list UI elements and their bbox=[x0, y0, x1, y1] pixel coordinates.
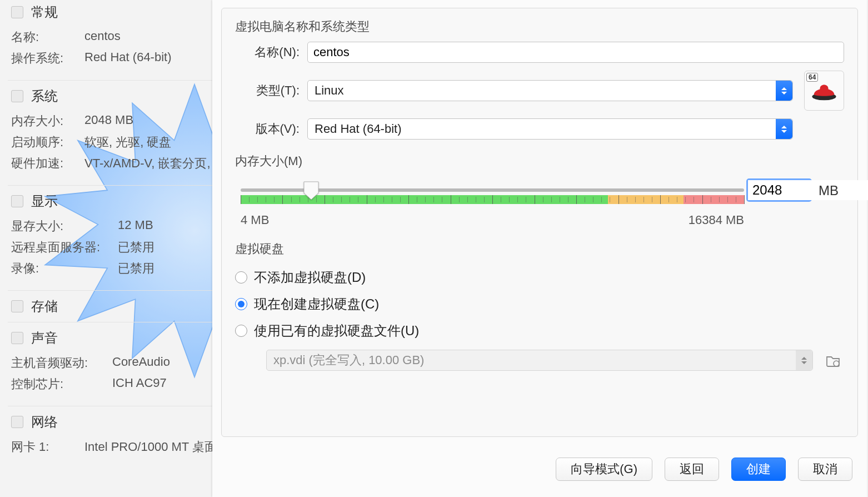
chevron-updown-icon bbox=[796, 350, 812, 370]
group-name-os: 虚拟电脑名称和系统类型 名称(N): 类型(T): Linux 64 bbox=[235, 18, 844, 140]
os-version-select[interactable]: Red Hat (64-bit) bbox=[307, 118, 793, 140]
os-type-value: Linux bbox=[315, 83, 344, 98]
group-title-harddisk: 虚拟硬盘 bbox=[235, 241, 844, 257]
memory-spinbox[interactable]: ▲ ▼ bbox=[746, 178, 812, 202]
vm-name-input[interactable] bbox=[307, 42, 844, 63]
radio-no-disk-label: 不添加虚拟硬盘(D) bbox=[254, 269, 366, 286]
radio-icon bbox=[235, 325, 247, 337]
name-label: 名称(N): bbox=[235, 44, 307, 61]
memory-max-label: 16384 MB bbox=[689, 213, 744, 227]
audio-icon bbox=[11, 332, 23, 344]
radio-create-disk-label: 现在创建虚拟硬盘(C) bbox=[254, 295, 379, 313]
version-label: 版本(V): bbox=[235, 121, 307, 137]
bg-general-title: 常规 bbox=[31, 3, 58, 21]
memory-value-input[interactable] bbox=[748, 180, 868, 200]
create-button[interactable]: 创建 bbox=[731, 458, 786, 481]
type-label: 类型(T): bbox=[235, 82, 307, 99]
svg-point-2 bbox=[834, 361, 839, 366]
system-icon bbox=[11, 90, 23, 102]
os-logo-icon: 64 bbox=[804, 71, 844, 111]
group-memory: 内存大小(M) ▲ ▼ bbox=[235, 153, 844, 227]
radio-existing-disk[interactable]: 使用已有的虚拟硬盘文件(U) bbox=[235, 317, 844, 344]
chevron-updown-icon bbox=[776, 81, 792, 101]
os-arch-badge: 64 bbox=[806, 73, 818, 82]
memory-unit-label: MB bbox=[819, 183, 839, 198]
network-icon bbox=[11, 416, 23, 428]
display-icon bbox=[11, 195, 23, 207]
create-vm-dialog: 虚拟电脑名称和系统类型 名称(N): 类型(T): Linux 64 bbox=[212, 0, 867, 497]
radio-no-disk[interactable]: 不添加虚拟硬盘(D) bbox=[235, 264, 844, 291]
guided-mode-button[interactable]: 向导模式(G) bbox=[556, 458, 652, 481]
radio-existing-disk-label: 使用已有的虚拟硬盘文件(U) bbox=[254, 322, 419, 340]
back-button[interactable]: 返回 bbox=[665, 458, 719, 481]
slider-thumb[interactable] bbox=[303, 181, 320, 201]
os-version-value: Red Hat (64-bit) bbox=[315, 122, 402, 136]
dialog-body: 虚拟电脑名称和系统类型 名称(N): 类型(T): Linux 64 bbox=[221, 8, 858, 437]
storage-icon bbox=[11, 300, 23, 312]
existing-disk-value: xp.vdi (完全写入, 10.00 GB) bbox=[273, 352, 424, 369]
dialog-footer: 向导模式(G) 返回 创建 取消 bbox=[212, 441, 867, 497]
radio-icon bbox=[235, 298, 247, 310]
folder-disk-icon bbox=[825, 352, 841, 368]
radio-icon bbox=[235, 271, 247, 284]
general-icon bbox=[11, 6, 23, 18]
chevron-updown-icon bbox=[776, 119, 792, 139]
os-type-select[interactable]: Linux bbox=[307, 80, 793, 101]
redhat-icon bbox=[809, 78, 839, 103]
group-title-memory: 内存大小(M) bbox=[235, 153, 844, 170]
browse-disk-button bbox=[822, 350, 844, 371]
existing-disk-select: xp.vdi (完全写入, 10.00 GB) bbox=[266, 350, 813, 371]
memory-min-label: 4 MB bbox=[241, 213, 269, 227]
group-title-name-os: 虚拟电脑名称和系统类型 bbox=[235, 18, 844, 35]
group-harddisk: 虚拟硬盘 不添加虚拟硬盘(D) 现在创建虚拟硬盘(C) 使用已有的虚拟硬盘文件(… bbox=[235, 241, 844, 371]
radio-create-disk[interactable]: 现在创建虚拟硬盘(C) bbox=[235, 291, 844, 317]
memory-slider[interactable]: ▲ ▼ MB bbox=[241, 183, 839, 213]
cancel-button[interactable]: 取消 bbox=[798, 458, 852, 481]
